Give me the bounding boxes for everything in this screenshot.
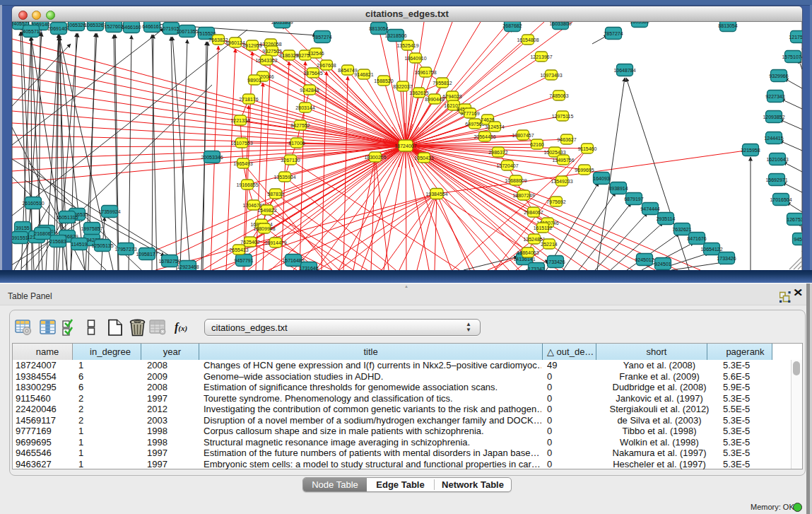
svg-text:17016504: 17016504 bbox=[770, 197, 792, 202]
svg-text:8471676: 8471676 bbox=[687, 236, 706, 241]
svg-text:17957273: 17957273 bbox=[114, 247, 136, 252]
svg-text:164093: 164093 bbox=[593, 176, 609, 181]
svg-text:252214: 252214 bbox=[541, 242, 557, 247]
svg-text:9115460: 9115460 bbox=[578, 146, 597, 151]
svg-text:6466161: 6466161 bbox=[142, 24, 161, 29]
svg-text:19384554: 19384554 bbox=[425, 192, 447, 197]
svg-text:9329966: 9329966 bbox=[769, 74, 788, 78]
svg-text:18640910: 18640910 bbox=[404, 56, 426, 61]
svg-text:15051315: 15051315 bbox=[56, 215, 78, 220]
svg-text:12923468: 12923468 bbox=[177, 264, 199, 269]
svg-text:15720407: 15720407 bbox=[496, 163, 518, 168]
svg-text:2655413: 2655413 bbox=[229, 247, 248, 252]
svg-text:10653267: 10653267 bbox=[84, 23, 106, 28]
svg-text:8813054: 8813054 bbox=[369, 26, 388, 31]
svg-text:10654122: 10654122 bbox=[700, 247, 722, 252]
svg-text:26160510: 26160510 bbox=[22, 201, 44, 206]
svg-text:10973493: 10973493 bbox=[540, 73, 562, 78]
svg-text:9242848: 9242848 bbox=[300, 88, 319, 93]
svg-text:8813054: 8813054 bbox=[718, 23, 737, 28]
svg-text:15751074: 15751074 bbox=[782, 54, 802, 59]
svg-text:7975692: 7975692 bbox=[546, 199, 565, 204]
svg-text:13549233: 13549233 bbox=[551, 179, 572, 184]
svg-text:16961758: 16961758 bbox=[414, 70, 436, 75]
svg-text:15716485: 15716485 bbox=[282, 258, 304, 263]
svg-text:16033809: 16033809 bbox=[549, 22, 571, 26]
svg-text:3124574: 3124574 bbox=[485, 124, 504, 129]
svg-text:1615112: 1615112 bbox=[534, 226, 553, 230]
svg-text:391551: 391551 bbox=[12, 235, 28, 240]
svg-text:16210643: 16210643 bbox=[766, 157, 788, 162]
svg-text:19166855: 19166855 bbox=[236, 182, 258, 187]
svg-text:13525419: 13525419 bbox=[396, 43, 418, 48]
svg-text:7857274: 7857274 bbox=[312, 35, 331, 40]
svg-text:16914479: 16914479 bbox=[264, 240, 286, 245]
svg-text:16107553: 16107553 bbox=[230, 141, 252, 146]
svg-text:1362615: 1362615 bbox=[409, 90, 428, 95]
svg-text:20564436: 20564436 bbox=[473, 134, 495, 139]
svg-text:12213967: 12213967 bbox=[530, 54, 552, 59]
svg-text:1733426: 1733426 bbox=[546, 259, 565, 264]
svg-text:3267130: 3267130 bbox=[281, 158, 300, 163]
svg-text:12975115: 12975115 bbox=[552, 114, 574, 119]
svg-text:10958177: 10958177 bbox=[136, 252, 158, 257]
svg-text:6879197: 6879197 bbox=[624, 197, 643, 201]
svg-text:10025433: 10025433 bbox=[543, 150, 565, 155]
svg-text:215683: 215683 bbox=[49, 239, 66, 244]
svg-text:18300295: 18300295 bbox=[364, 155, 386, 160]
svg-text:2984067: 2984067 bbox=[524, 210, 543, 215]
svg-text:10671355: 10671355 bbox=[176, 29, 198, 34]
svg-text:587833: 587833 bbox=[267, 192, 283, 197]
svg-text:3215958: 3215958 bbox=[741, 148, 760, 153]
svg-text:1549822: 1549822 bbox=[257, 208, 276, 213]
svg-text:817006: 817006 bbox=[288, 141, 305, 146]
svg-text:16809948: 16809948 bbox=[253, 226, 275, 231]
svg-text:7632621: 7632621 bbox=[672, 227, 691, 232]
svg-text:13524851: 13524851 bbox=[523, 237, 545, 242]
svg-text:132546: 132546 bbox=[307, 51, 324, 56]
svg-text:9474444: 9474444 bbox=[640, 206, 659, 211]
svg-text:13495756: 13495756 bbox=[552, 158, 574, 163]
svg-text:6794028: 6794028 bbox=[442, 94, 461, 99]
svg-text:98901: 98901 bbox=[247, 78, 261, 83]
svg-text:1603380: 1603380 bbox=[630, 22, 649, 24]
svg-text:9699695: 9699695 bbox=[575, 168, 594, 173]
svg-text:2803144: 2803144 bbox=[295, 105, 314, 110]
svg-text:10648784: 10648784 bbox=[613, 68, 635, 73]
svg-text:13535934: 13535934 bbox=[273, 175, 295, 180]
svg-text:9457791: 9457791 bbox=[234, 258, 253, 263]
svg-text:2986372: 2986372 bbox=[488, 150, 507, 155]
svg-text:62160: 62160 bbox=[530, 142, 544, 147]
svg-text:924501: 924501 bbox=[654, 262, 671, 267]
svg-text:18807249: 18807249 bbox=[512, 193, 534, 198]
svg-text:94506: 94506 bbox=[794, 237, 802, 242]
svg-text:1527602: 1527602 bbox=[104, 24, 123, 29]
svg-text:9146821: 9146821 bbox=[354, 72, 373, 77]
svg-text:7625402: 7625402 bbox=[240, 240, 259, 245]
svg-text:7857274: 7857274 bbox=[604, 31, 623, 36]
svg-text:39155: 39155 bbox=[16, 226, 30, 230]
svg-text:126753: 126753 bbox=[787, 217, 802, 222]
svg-text:10807457: 10807457 bbox=[512, 133, 534, 138]
svg-text:12093852: 12093852 bbox=[763, 115, 784, 119]
svg-text:10688609: 10688609 bbox=[505, 178, 526, 183]
svg-text:2718176: 2718176 bbox=[239, 97, 258, 102]
svg-text:24055714: 24055714 bbox=[20, 29, 42, 34]
svg-text:15864063: 15864063 bbox=[517, 250, 539, 255]
svg-text:1221334: 1221334 bbox=[230, 118, 249, 123]
svg-text:3875645: 3875645 bbox=[303, 71, 322, 76]
svg-text:1733426: 1733426 bbox=[717, 256, 736, 261]
svg-text:1065326: 1065326 bbox=[66, 23, 86, 28]
svg-text:15692971: 15692971 bbox=[765, 177, 787, 182]
svg-text:16033809: 16033809 bbox=[271, 22, 293, 25]
svg-text:8938914: 8938914 bbox=[608, 186, 628, 191]
svg-text:9227343: 9227343 bbox=[765, 94, 784, 99]
svg-text:16154808: 16154808 bbox=[517, 37, 539, 42]
svg-text:19975857: 19975857 bbox=[81, 226, 102, 231]
svg-text:7485063: 7485063 bbox=[549, 93, 568, 98]
svg-text:8990448: 8990448 bbox=[425, 97, 444, 102]
svg-text:16782759: 16782759 bbox=[158, 259, 180, 264]
svg-text:1050433: 1050433 bbox=[414, 156, 433, 160]
svg-text:216806: 216806 bbox=[34, 231, 50, 236]
svg-text:18724007: 18724007 bbox=[394, 144, 416, 148]
